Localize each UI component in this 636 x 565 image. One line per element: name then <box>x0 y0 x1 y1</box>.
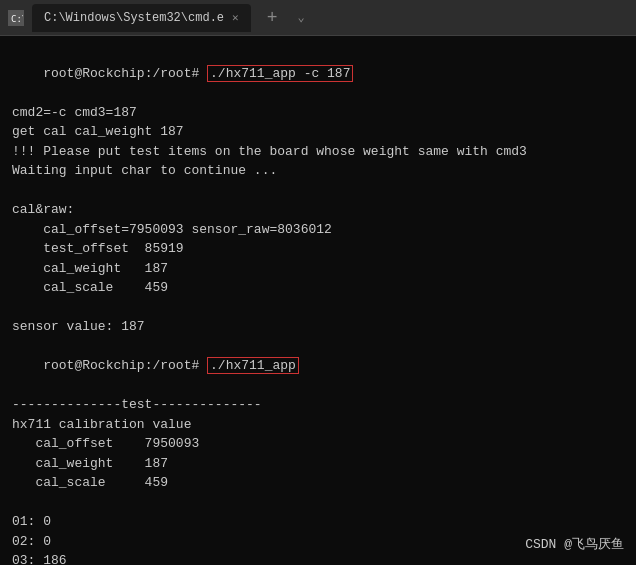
terminal-line: --------------test-------------- <box>12 395 624 415</box>
terminal-line: hx711 calibration value <box>12 415 624 435</box>
prompt-2: root@Rockchip:/root# <box>43 358 207 373</box>
terminal-line <box>12 181 624 201</box>
command-highlight-1: ./hx711_app -c 187 <box>207 65 353 82</box>
title-bar: C:\ C:\Windows\System32\cmd.e ✕ + ⌄ <box>0 0 636 36</box>
tab-close-icon[interactable]: ✕ <box>232 11 239 24</box>
new-tab-icon[interactable]: + <box>259 8 286 28</box>
terminal-body: root@Rockchip:/root# ./hx711_app -c 187 … <box>0 36 636 565</box>
prompt: root@Rockchip:/root# <box>43 66 207 81</box>
tab[interactable]: C:\Windows\System32\cmd.e ✕ <box>32 4 251 32</box>
tab-label: C:\Windows\System32\cmd.e <box>44 11 224 25</box>
terminal-line: cal_scale 459 <box>12 473 624 493</box>
terminal-icon: C:\ <box>8 10 24 26</box>
svg-text:C:\: C:\ <box>11 14 23 24</box>
terminal-line: test_offset 85919 <box>12 239 624 259</box>
terminal-line <box>12 298 624 318</box>
terminal-line: cal_scale 459 <box>12 278 624 298</box>
terminal-line: cal_weight 187 <box>12 454 624 474</box>
terminal-line: sensor value: 187 <box>12 317 624 337</box>
terminal-line: cal_offset=7950093 sensor_raw=8036012 <box>12 220 624 240</box>
terminal-line: root@Rockchip:/root# ./hx711_app <box>12 337 624 396</box>
dropdown-icon[interactable]: ⌄ <box>297 10 304 25</box>
terminal-line: 01: 0 <box>12 512 624 532</box>
terminal-line <box>12 493 624 513</box>
terminal-line: Waiting input char to continue ... <box>12 161 624 181</box>
terminal-line: root@Rockchip:/root# ./hx711_app -c 187 <box>12 44 624 103</box>
terminal-line: cal_offset 7950093 <box>12 434 624 454</box>
terminal-line: cmd2=-c cmd3=187 <box>12 103 624 123</box>
terminal-line: cal_weight 187 <box>12 259 624 279</box>
terminal-line: !!! Please put test items on the board w… <box>12 142 624 162</box>
terminal-line: get cal cal_weight 187 <box>12 122 624 142</box>
terminal-line: 03: 186 <box>12 551 624 565</box>
watermark: CSDN @飞鸟厌鱼 <box>525 535 624 553</box>
command-highlight-2: ./hx711_app <box>207 357 299 374</box>
terminal-line: cal&raw: <box>12 200 624 220</box>
